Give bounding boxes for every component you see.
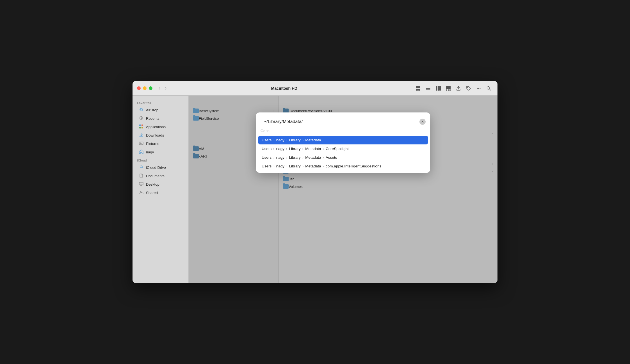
applications-icon (139, 124, 144, 130)
suggestion-item-1[interactable]: Users › nagy › Library › Metadata (258, 136, 428, 144)
svg-rect-4 (426, 87, 430, 87)
svg-point-29 (140, 191, 142, 193)
breadcrumb-sep: › (302, 147, 304, 151)
svg-rect-1 (418, 86, 420, 88)
dialog-path-text: ~/Library/Metadata/ (261, 117, 419, 126)
svg-rect-23 (141, 125, 143, 126)
svg-point-16 (478, 88, 479, 89)
sidebar-item-airdrop[interactable]: AirDrop (134, 106, 187, 114)
svg-rect-28 (139, 182, 143, 185)
breadcrumb-part: Library (289, 147, 301, 151)
pictures-label: Pictures (146, 142, 159, 146)
maximize-button[interactable] (149, 86, 152, 90)
sidebar-item-recents[interactable]: Recents (134, 114, 187, 123)
breadcrumb-sep: › (273, 164, 275, 168)
suggestion-item-4[interactable]: Users › nagy › Library › Metadata › com.… (258, 162, 428, 171)
breadcrumb-sep: › (323, 147, 324, 151)
view-columns-button[interactable] (434, 85, 442, 92)
svg-rect-24 (139, 127, 141, 128)
svg-point-15 (477, 88, 478, 89)
downloads-icon (139, 133, 144, 138)
breadcrumb-part: com.apple.IntelligentSuggestions (326, 164, 381, 168)
shared-icon (139, 190, 144, 195)
documents-icon (139, 173, 144, 179)
sidebar-item-desktop[interactable]: Desktop (134, 180, 187, 188)
shared-label: Shared (146, 191, 158, 195)
icloud-drive-icon (139, 165, 144, 170)
svg-rect-13 (449, 89, 451, 91)
close-button[interactable] (137, 86, 141, 90)
airdrop-icon (139, 107, 144, 113)
breadcrumb-part: nagy (276, 138, 284, 142)
breadcrumb-sep: › (273, 138, 275, 142)
breadcrumb-part: Assets (326, 155, 337, 160)
breadcrumb-part: Metadata (305, 155, 321, 160)
svg-rect-10 (446, 86, 451, 89)
breadcrumb-part: nagy (276, 147, 284, 151)
recents-label: Recents (146, 116, 159, 121)
svg-rect-11 (446, 89, 447, 91)
dialog-close-button[interactable]: ✕ (419, 119, 426, 125)
icloud-drive-label: iCloud Drive (146, 165, 166, 170)
view-list-button[interactable] (424, 85, 432, 92)
sidebar-item-shared[interactable]: Shared (134, 189, 187, 197)
svg-point-17 (480, 88, 481, 89)
documents-label: Documents (146, 174, 165, 178)
svg-rect-7 (436, 86, 437, 91)
svg-rect-9 (439, 86, 441, 91)
breadcrumb-part: Users (262, 164, 271, 168)
search-button[interactable] (485, 85, 493, 92)
breadcrumb-part: Users (262, 155, 271, 160)
breadcrumb-part: nagy (276, 155, 284, 160)
icloud-label: iCloud (133, 156, 188, 163)
suggestion-item-3[interactable]: Users › nagy › Library › Metadata › Asse… (258, 153, 428, 162)
view-grid-button[interactable] (414, 85, 422, 92)
breadcrumb-sep: › (302, 155, 304, 160)
goto-dialog: ~/Library/Metadata/ ✕ Go to: Users › nag… (256, 112, 430, 173)
more-button[interactable] (474, 85, 483, 92)
pictures-icon (139, 141, 144, 146)
breadcrumb-part: Metadata (305, 147, 321, 151)
sidebar-item-documents[interactable]: Documents (134, 172, 187, 180)
airdrop-label: AirDrop (146, 108, 158, 112)
window-title: Macintosh HD (155, 86, 414, 91)
desktop-icon (139, 182, 144, 187)
breadcrumb-part: Metadata (305, 138, 321, 142)
suggestion-item-2[interactable]: Users › nagy › Library › Metadata › Core… (258, 144, 428, 153)
toolbar-right (414, 85, 493, 92)
svg-rect-0 (416, 86, 418, 88)
main-content: Favorites AirDrop Recents Applications (133, 96, 497, 283)
dialog-header: ~/Library/Metadata/ ✕ (256, 112, 430, 126)
sidebar-item-icloud-drive[interactable]: iCloud Drive (134, 163, 187, 172)
breadcrumb-part: Library (289, 155, 301, 160)
traffic-lights (137, 86, 152, 90)
breadcrumb-part: Users (262, 138, 271, 142)
breadcrumb-part: Metadata (305, 164, 321, 168)
svg-rect-12 (448, 89, 449, 91)
finder-window: ‹ › Macintosh HD (133, 81, 497, 283)
downloads-label: Downloads (146, 133, 164, 137)
recents-icon (139, 116, 144, 121)
breadcrumb-sep: › (286, 164, 287, 168)
svg-rect-2 (416, 89, 418, 91)
sidebar-item-nagy[interactable]: nagy (134, 148, 187, 156)
breadcrumb-sep: › (323, 155, 324, 160)
breadcrumb-part: Users (262, 147, 271, 151)
svg-rect-3 (418, 89, 420, 91)
breadcrumb-sep: › (273, 147, 275, 151)
view-gallery-button[interactable] (444, 85, 453, 92)
share-button[interactable] (454, 85, 463, 92)
sidebar-item-pictures[interactable]: Pictures (134, 140, 187, 148)
breadcrumb-sep: › (323, 164, 324, 168)
breadcrumb-sep: › (302, 138, 304, 142)
minimize-button[interactable] (143, 86, 147, 90)
svg-rect-8 (438, 86, 439, 91)
breadcrumb-part: Library (289, 138, 301, 142)
svg-point-20 (141, 110, 141, 110)
sidebar-item-downloads[interactable]: Downloads (134, 131, 187, 139)
breadcrumb-sep: › (286, 138, 287, 142)
tag-button[interactable] (464, 85, 473, 92)
sidebar-item-applications[interactable]: Applications (134, 123, 187, 131)
svg-rect-6 (426, 89, 430, 90)
breadcrumb-sep: › (286, 147, 287, 151)
